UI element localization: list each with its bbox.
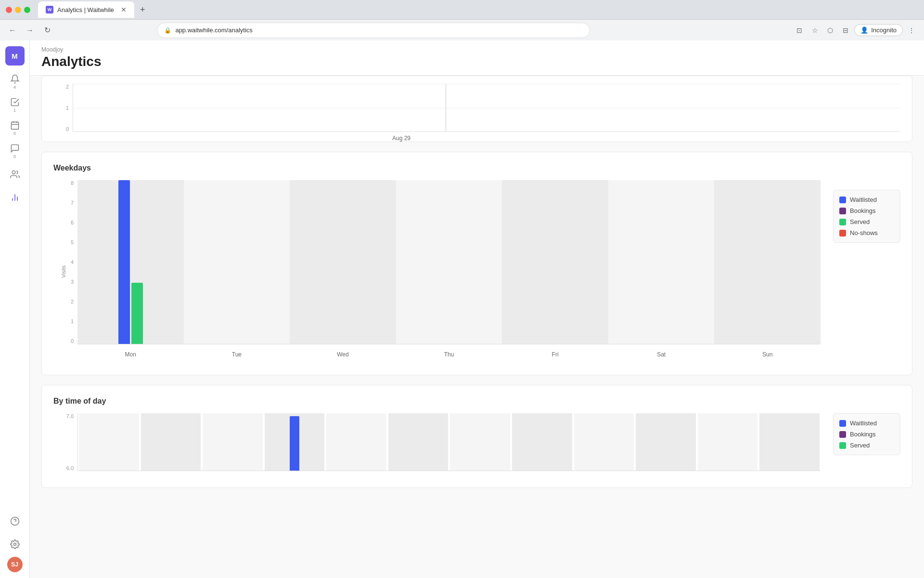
sidebar-item-analytics[interactable] <box>4 187 26 208</box>
time-legend-item-served: Served <box>839 442 894 449</box>
top-chart-y0: 0 <box>53 126 73 132</box>
x-label-mon: Mon <box>77 351 184 358</box>
active-tab[interactable]: W Analytics | Waitwhile ✕ <box>38 1 134 18</box>
x-label-sun: Sun <box>714 351 821 358</box>
cast-icon[interactable]: ⊡ <box>793 24 806 37</box>
legend-item-waitlisted: Waitlisted <box>839 196 894 203</box>
weekdays-chart-title: Weekdays <box>53 164 900 172</box>
sidebar-item-help[interactable] <box>4 511 26 532</box>
help-icon <box>10 516 20 526</box>
breadcrumb: Moodjoy <box>41 46 912 53</box>
time-bars-container <box>77 413 821 471</box>
workspace-initials: M <box>12 52 18 60</box>
day-group-sat[interactable] <box>608 180 715 344</box>
time-seg-12 <box>759 413 820 471</box>
time-chart-area: 7.0 6.0 <box>53 413 825 476</box>
y-label-5: 5 <box>53 239 77 245</box>
sidebar-item-notifications[interactable]: 4 <box>4 71 26 92</box>
time-legend-dot-bookings <box>839 431 846 438</box>
profile-button[interactable]: 👤 Incognito <box>854 24 903 36</box>
y-axis: 8 7 6 5 4 3 2 1 0 <box>53 180 77 344</box>
top-chart-y1: 1 <box>53 105 73 111</box>
day-group-fri[interactable] <box>502 180 608 344</box>
time-seg-5 <box>326 413 386 471</box>
time-of-day-chart-card: By time of day 7.0 6.0 <box>41 385 912 488</box>
profile-icon: 👤 <box>860 26 868 34</box>
tab-close-button[interactable]: ✕ <box>121 6 127 13</box>
day-group-tue[interactable] <box>184 180 290 344</box>
day-group-mon[interactable] <box>77 180 184 344</box>
weekdays-bar-chart: Visits <box>53 180 825 363</box>
bar-mon-served <box>131 283 143 344</box>
time-legend: Waitlisted Bookings Served <box>833 413 900 455</box>
back-button[interactable]: ← <box>6 24 19 37</box>
time-seg-6 <box>388 413 449 471</box>
time-seg-8 <box>512 413 572 471</box>
weekdays-chart-card: Weekdays Visits <box>41 152 912 375</box>
notifications-badge: 4 <box>13 85 16 90</box>
sidebar-item-calendar[interactable]: 0 <box>4 118 26 139</box>
time-legend-item-bookings: Bookings <box>839 431 894 438</box>
time-legend-label-bookings: Bookings <box>850 431 875 438</box>
page-title: Analytics <box>41 54 912 69</box>
lock-icon: 🔒 <box>164 27 171 34</box>
top-chart-card: 2 1 0 Aug 29 <box>41 76 912 142</box>
sidebar-item-chat[interactable]: 0 <box>4 141 26 162</box>
bar-mon-waitlisted <box>118 180 130 344</box>
legend-dot-noshows <box>839 230 846 236</box>
time-y-label-7: 7.0 <box>53 413 77 419</box>
toolbar-actions: ⊡ ☆ ⬡ ⊟ 👤 Incognito ⋮ <box>793 24 918 37</box>
extensions-icon[interactable]: ⬡ <box>823 24 837 37</box>
y-label-1: 1 <box>53 318 77 324</box>
page-header: Moodjoy Analytics <box>30 40 924 76</box>
reload-button[interactable]: ↻ <box>40 24 54 37</box>
day-group-wed[interactable] <box>290 180 396 344</box>
users-icon <box>10 170 20 179</box>
legend-label-bookings: Bookings <box>850 207 875 214</box>
y-label-3: 3 <box>53 279 77 285</box>
incognito-label: Incognito <box>871 26 897 34</box>
menu-icon[interactable]: ⋮ <box>905 24 918 37</box>
x-axis: Mon Tue Wed Thu Fri Sat Sun <box>77 346 821 363</box>
legend-label-waitlisted: Waitlisted <box>850 196 877 203</box>
time-seg-1 <box>79 413 139 471</box>
bar-chart-icon <box>10 193 20 202</box>
tab-search-icon[interactable]: ⊟ <box>839 24 852 37</box>
browser-titlebar: W Analytics | Waitwhile ✕ + <box>0 0 924 19</box>
time-seg-11 <box>698 413 758 471</box>
tab-favicon: W <box>46 6 53 13</box>
time-seg-3 <box>203 413 263 471</box>
forward-button[interactable]: → <box>23 24 37 37</box>
time-legend-label-waitlisted: Waitlisted <box>850 420 877 427</box>
minimize-window-button[interactable] <box>15 7 21 13</box>
day-group-sun[interactable] <box>714 180 821 344</box>
time-legend-item-waitlisted: Waitlisted <box>839 420 894 427</box>
day-group-thu[interactable] <box>396 180 502 344</box>
bookmark-icon[interactable]: ☆ <box>808 24 821 37</box>
user-avatar[interactable]: SJ <box>7 557 23 572</box>
x-label-wed: Wed <box>290 351 396 358</box>
sidebar-item-people[interactable] <box>4 164 26 185</box>
sidebar: M 4 1 0 0 <box>0 40 30 578</box>
workspace-avatar[interactable]: M <box>5 46 25 66</box>
y-label-4: 4 <box>53 259 77 265</box>
main-content: Moodjoy Analytics 2 1 0 <box>30 40 924 578</box>
sidebar-item-tasks[interactable]: 1 <box>4 94 26 116</box>
y-label-7: 7 <box>53 200 77 206</box>
browser-toolbar: ← → ↻ 🔒 app.waitwhile.com/analytics ⊡ ☆ … <box>0 19 924 40</box>
top-chart-x-label: Aug 29 <box>392 135 411 142</box>
y-label-6: 6 <box>53 220 77 225</box>
weekdays-chart-with-legend: Visits <box>53 180 900 363</box>
sidebar-item-settings[interactable] <box>4 534 26 555</box>
time-chart-with-legend: 7.0 6.0 <box>53 413 900 476</box>
close-window-button[interactable] <box>6 7 12 13</box>
chat-badge: 0 <box>13 154 16 159</box>
user-initials: SJ <box>11 561 18 568</box>
content-area: 2 1 0 Aug 29 <box>30 76 924 499</box>
address-bar[interactable]: 🔒 app.waitwhile.com/analytics <box>157 23 590 38</box>
sidebar-bottom: SJ <box>4 511 26 572</box>
weekdays-chart-area: Visits <box>53 180 825 363</box>
browser-chrome: W Analytics | Waitwhile ✕ + ← → ↻ 🔒 app.… <box>0 0 924 40</box>
new-tab-button[interactable]: + <box>134 2 151 18</box>
maximize-window-button[interactable] <box>24 7 30 13</box>
